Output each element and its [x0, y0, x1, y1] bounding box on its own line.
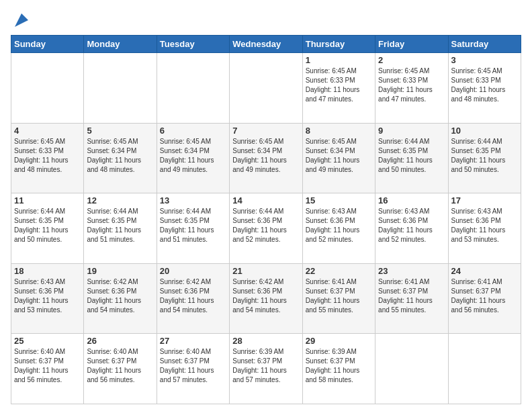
day-info: Sunrise: 6:43 AM Sunset: 6:36 PM Dayligh… — [306, 207, 372, 244]
col-header-wednesday: Wednesday — [230, 36, 302, 53]
calendar-cell: 6Sunrise: 6:45 AM Sunset: 6:34 PM Daylig… — [157, 123, 229, 193]
calendar-cell: 23Sunrise: 6:41 AM Sunset: 6:37 PM Dayli… — [375, 263, 448, 334]
day-info: Sunrise: 6:42 AM Sunset: 6:36 PM Dayligh… — [232, 277, 299, 315]
calendar-cell: 16Sunrise: 6:43 AM Sunset: 6:36 PM Dayli… — [375, 193, 448, 264]
day-info: Sunrise: 6:43 AM Sunset: 6:36 PM Dayligh… — [378, 207, 445, 244]
calendar-cell: 22Sunrise: 6:41 AM Sunset: 6:37 PM Dayli… — [302, 263, 375, 334]
day-number: 11 — [14, 195, 81, 205]
day-number: 20 — [160, 266, 226, 276]
calendar-header-row: SundayMondayTuesdayWednesdayThursdayFrid… — [11, 36, 521, 53]
day-info: Sunrise: 6:39 AM Sunset: 6:37 PM Dayligh… — [306, 347, 372, 385]
calendar-cell: 27Sunrise: 6:40 AM Sunset: 6:37 PM Dayli… — [157, 334, 229, 404]
week-row-5: 25Sunrise: 6:40 AM Sunset: 6:37 PM Dayli… — [11, 334, 521, 404]
col-header-friday: Friday — [375, 36, 448, 53]
calendar-cell: 8Sunrise: 6:45 AM Sunset: 6:34 PM Daylig… — [302, 123, 375, 193]
calendar-cell — [157, 53, 229, 124]
day-number: 15 — [306, 195, 372, 205]
logo-icon — [12, 11, 31, 30]
day-number: 27 — [160, 336, 226, 346]
day-number: 19 — [87, 266, 153, 276]
day-info: Sunrise: 6:44 AM Sunset: 6:35 PM Dayligh… — [160, 207, 226, 244]
day-number: 12 — [87, 195, 153, 205]
day-number: 17 — [451, 195, 518, 205]
day-number: 13 — [160, 195, 226, 205]
day-number: 1 — [306, 55, 372, 65]
day-number: 5 — [87, 126, 153, 136]
calendar-cell: 17Sunrise: 6:43 AM Sunset: 6:36 PM Dayli… — [448, 193, 521, 264]
calendar-cell: 26Sunrise: 6:40 AM Sunset: 6:37 PM Dayli… — [84, 334, 157, 404]
week-row-3: 11Sunrise: 6:44 AM Sunset: 6:35 PM Dayli… — [11, 193, 521, 264]
calendar-cell: 12Sunrise: 6:44 AM Sunset: 6:35 PM Dayli… — [84, 193, 157, 264]
calendar-cell: 11Sunrise: 6:44 AM Sunset: 6:35 PM Dayli… — [11, 193, 84, 264]
day-number: 28 — [232, 336, 299, 346]
day-info: Sunrise: 6:45 AM Sunset: 6:33 PM Dayligh… — [451, 66, 518, 104]
day-number: 29 — [306, 336, 372, 346]
week-row-4: 18Sunrise: 6:43 AM Sunset: 6:36 PM Dayli… — [11, 263, 521, 334]
day-info: Sunrise: 6:44 AM Sunset: 6:35 PM Dayligh… — [14, 207, 81, 244]
day-info: Sunrise: 6:44 AM Sunset: 6:35 PM Dayligh… — [451, 137, 518, 175]
day-number: 2 — [378, 55, 445, 65]
calendar-cell: 7Sunrise: 6:45 AM Sunset: 6:34 PM Daylig… — [230, 123, 302, 193]
calendar-cell: 4Sunrise: 6:45 AM Sunset: 6:33 PM Daylig… — [11, 123, 84, 193]
day-info: Sunrise: 6:45 AM Sunset: 6:34 PM Dayligh… — [306, 137, 372, 175]
day-info: Sunrise: 6:45 AM Sunset: 6:33 PM Dayligh… — [378, 66, 445, 104]
day-info: Sunrise: 6:45 AM Sunset: 6:34 PM Dayligh… — [232, 137, 299, 175]
day-number: 22 — [306, 266, 372, 276]
day-number: 8 — [306, 126, 372, 136]
day-info: Sunrise: 6:40 AM Sunset: 6:37 PM Dayligh… — [87, 347, 153, 385]
day-number: 24 — [451, 266, 518, 276]
day-number: 14 — [232, 195, 299, 205]
calendar-cell: 25Sunrise: 6:40 AM Sunset: 6:37 PM Dayli… — [11, 334, 84, 404]
col-header-sunday: Sunday — [11, 36, 84, 53]
calendar-cell — [11, 53, 84, 124]
day-info: Sunrise: 6:41 AM Sunset: 6:37 PM Dayligh… — [378, 277, 445, 315]
calendar-cell — [375, 334, 448, 404]
calendar-cell: 13Sunrise: 6:44 AM Sunset: 6:35 PM Dayli… — [157, 193, 229, 264]
day-info: Sunrise: 6:43 AM Sunset: 6:36 PM Dayligh… — [451, 207, 518, 244]
day-info: Sunrise: 6:44 AM Sunset: 6:36 PM Dayligh… — [232, 207, 299, 244]
day-number: 16 — [378, 195, 445, 205]
day-number: 26 — [87, 336, 153, 346]
calendar-cell: 10Sunrise: 6:44 AM Sunset: 6:35 PM Dayli… — [448, 123, 521, 193]
calendar-cell: 15Sunrise: 6:43 AM Sunset: 6:36 PM Dayli… — [302, 193, 375, 264]
day-number: 23 — [378, 266, 445, 276]
day-info: Sunrise: 6:40 AM Sunset: 6:37 PM Dayligh… — [160, 347, 226, 385]
day-number: 3 — [451, 55, 518, 65]
calendar-cell — [84, 53, 157, 124]
calendar-cell: 28Sunrise: 6:39 AM Sunset: 6:37 PM Dayli… — [230, 334, 302, 404]
calendar-cell: 29Sunrise: 6:39 AM Sunset: 6:37 PM Dayli… — [302, 334, 375, 404]
header — [11, 11, 521, 30]
calendar-cell: 18Sunrise: 6:43 AM Sunset: 6:36 PM Dayli… — [11, 263, 84, 334]
day-number: 7 — [232, 126, 299, 136]
day-info: Sunrise: 6:45 AM Sunset: 6:34 PM Dayligh… — [160, 137, 226, 175]
col-header-thursday: Thursday — [302, 36, 375, 53]
day-info: Sunrise: 6:42 AM Sunset: 6:36 PM Dayligh… — [87, 277, 153, 315]
calendar-cell: 20Sunrise: 6:42 AM Sunset: 6:36 PM Dayli… — [157, 263, 229, 334]
calendar-table: SundayMondayTuesdayWednesdayThursdayFrid… — [11, 35, 521, 404]
calendar-cell: 14Sunrise: 6:44 AM Sunset: 6:36 PM Dayli… — [230, 193, 302, 264]
calendar-cell: 1Sunrise: 6:45 AM Sunset: 6:33 PM Daylig… — [302, 53, 375, 124]
logo — [11, 11, 31, 30]
day-number: 10 — [451, 126, 518, 136]
calendar-cell: 5Sunrise: 6:45 AM Sunset: 6:34 PM Daylig… — [84, 123, 157, 193]
day-info: Sunrise: 6:45 AM Sunset: 6:33 PM Dayligh… — [306, 66, 372, 104]
calendar-cell: 9Sunrise: 6:44 AM Sunset: 6:35 PM Daylig… — [375, 123, 448, 193]
week-row-2: 4Sunrise: 6:45 AM Sunset: 6:33 PM Daylig… — [11, 123, 521, 193]
calendar-cell: 24Sunrise: 6:41 AM Sunset: 6:37 PM Dayli… — [448, 263, 521, 334]
page: SundayMondayTuesdayWednesdayThursdayFrid… — [0, 0, 532, 411]
day-info: Sunrise: 6:42 AM Sunset: 6:36 PM Dayligh… — [160, 277, 226, 315]
day-number: 6 — [160, 126, 226, 136]
day-number: 9 — [378, 126, 445, 136]
day-number: 21 — [232, 266, 299, 276]
day-number: 25 — [14, 336, 81, 346]
calendar-cell: 19Sunrise: 6:42 AM Sunset: 6:36 PM Dayli… — [84, 263, 157, 334]
calendar-cell: 3Sunrise: 6:45 AM Sunset: 6:33 PM Daylig… — [448, 53, 521, 124]
svg-marker-0 — [15, 13, 28, 27]
day-number: 18 — [14, 266, 81, 276]
day-info: Sunrise: 6:44 AM Sunset: 6:35 PM Dayligh… — [378, 137, 445, 175]
day-info: Sunrise: 6:43 AM Sunset: 6:36 PM Dayligh… — [14, 277, 81, 315]
calendar-cell — [448, 334, 521, 404]
calendar-cell — [230, 53, 302, 124]
calendar-cell: 21Sunrise: 6:42 AM Sunset: 6:36 PM Dayli… — [230, 263, 302, 334]
calendar-cell: 2Sunrise: 6:45 AM Sunset: 6:33 PM Daylig… — [375, 53, 448, 124]
